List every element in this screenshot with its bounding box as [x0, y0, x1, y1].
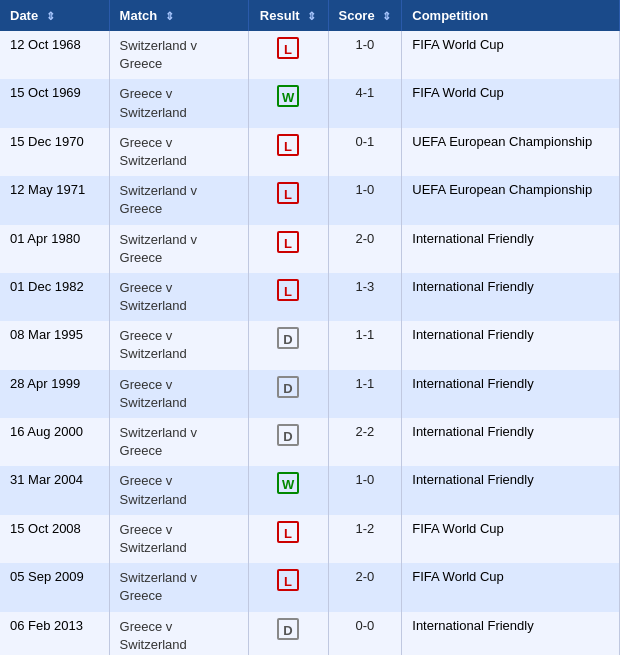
- cell-date: 15 Oct 2008: [0, 515, 109, 563]
- table-row: 08 Mar 1995 Greece vSwitzerland D 1-1 In…: [0, 321, 620, 369]
- cell-score: 0-1: [328, 128, 402, 176]
- cell-match: Switzerland vGreece: [109, 418, 248, 466]
- match-sort-icon[interactable]: ⇕: [165, 10, 174, 23]
- table-row: 06 Feb 2013 Greece vSwitzerland D 0-0 In…: [0, 612, 620, 656]
- cell-date: 08 Mar 1995: [0, 321, 109, 369]
- cell-result: W: [248, 466, 328, 514]
- cell-result: L: [248, 128, 328, 176]
- table-row: 15 Oct 1969 Greece vSwitzerland W 4-1 FI…: [0, 79, 620, 127]
- table-row: 15 Oct 2008 Greece vSwitzerland L 1-2 FI…: [0, 515, 620, 563]
- cell-date: 28 Apr 1999: [0, 370, 109, 418]
- table-row: 01 Apr 1980 Switzerland vGreece L 2-0 In…: [0, 225, 620, 273]
- cell-competition: International Friendly: [402, 321, 620, 369]
- result-badge: D: [277, 327, 299, 349]
- col-header-date[interactable]: Date ⇕: [0, 0, 109, 31]
- col-header-match[interactable]: Match ⇕: [109, 0, 248, 31]
- result-badge: L: [277, 521, 299, 543]
- cell-match: Switzerland vGreece: [109, 563, 248, 611]
- table-row: 28 Apr 1999 Greece vSwitzerland D 1-1 In…: [0, 370, 620, 418]
- cell-result: D: [248, 370, 328, 418]
- cell-competition: FIFA World Cup: [402, 79, 620, 127]
- cell-date: 15 Dec 1970: [0, 128, 109, 176]
- result-badge: D: [277, 376, 299, 398]
- cell-competition: International Friendly: [402, 612, 620, 656]
- table-row: 15 Dec 1970 Greece vSwitzerland L 0-1 UE…: [0, 128, 620, 176]
- col-header-date-label: Date: [10, 8, 38, 23]
- cell-competition: UEFA European Championship: [402, 128, 620, 176]
- cell-date: 31 Mar 2004: [0, 466, 109, 514]
- cell-match: Greece vSwitzerland: [109, 321, 248, 369]
- cell-date: 12 May 1971: [0, 176, 109, 224]
- cell-result: L: [248, 273, 328, 321]
- date-sort-icon[interactable]: ⇕: [46, 10, 55, 23]
- cell-result: L: [248, 31, 328, 79]
- cell-competition: UEFA European Championship: [402, 176, 620, 224]
- cell-date: 16 Aug 2000: [0, 418, 109, 466]
- cell-date: 01 Apr 1980: [0, 225, 109, 273]
- cell-result: L: [248, 225, 328, 273]
- col-header-result-label: Result: [260, 8, 300, 23]
- cell-result: D: [248, 321, 328, 369]
- cell-competition: International Friendly: [402, 370, 620, 418]
- col-header-result[interactable]: Result ⇕: [248, 0, 328, 31]
- score-sort-icon[interactable]: ⇕: [382, 10, 391, 23]
- cell-score: 2-0: [328, 563, 402, 611]
- col-header-match-label: Match: [120, 8, 158, 23]
- cell-match: Switzerland vGreece: [109, 176, 248, 224]
- cell-match: Greece vSwitzerland: [109, 79, 248, 127]
- cell-competition: International Friendly: [402, 225, 620, 273]
- cell-match: Greece vSwitzerland: [109, 273, 248, 321]
- cell-result: D: [248, 418, 328, 466]
- cell-competition: FIFA World Cup: [402, 515, 620, 563]
- cell-result: D: [248, 612, 328, 656]
- cell-result: W: [248, 79, 328, 127]
- cell-competition: International Friendly: [402, 466, 620, 514]
- table-row: 12 Oct 1968 Switzerland vGreece L 1-0 FI…: [0, 31, 620, 79]
- result-badge: L: [277, 569, 299, 591]
- cell-match: Greece vSwitzerland: [109, 128, 248, 176]
- result-badge: L: [277, 134, 299, 156]
- result-badge: W: [277, 472, 299, 494]
- cell-score: 1-1: [328, 321, 402, 369]
- table-row: 01 Dec 1982 Greece vSwitzerland L 1-3 In…: [0, 273, 620, 321]
- result-badge: D: [277, 424, 299, 446]
- result-badge: W: [277, 85, 299, 107]
- cell-score: 4-1: [328, 79, 402, 127]
- cell-score: 2-0: [328, 225, 402, 273]
- cell-competition: International Friendly: [402, 418, 620, 466]
- cell-result: L: [248, 515, 328, 563]
- cell-result: L: [248, 176, 328, 224]
- cell-score: 0-0: [328, 612, 402, 656]
- table-header-row: Date ⇕ Match ⇕ Result ⇕ Score ⇕ Competit…: [0, 0, 620, 31]
- cell-match: Greece vSwitzerland: [109, 466, 248, 514]
- cell-result: L: [248, 563, 328, 611]
- cell-date: 06 Feb 2013: [0, 612, 109, 656]
- result-sort-icon[interactable]: ⇕: [307, 10, 316, 23]
- table-row: 05 Sep 2009 Switzerland vGreece L 2-0 FI…: [0, 563, 620, 611]
- cell-score: 1-2: [328, 515, 402, 563]
- cell-score: 1-1: [328, 370, 402, 418]
- cell-match: Switzerland vGreece: [109, 31, 248, 79]
- cell-date: 01 Dec 1982: [0, 273, 109, 321]
- col-header-competition[interactable]: Competition: [402, 0, 620, 31]
- col-header-score[interactable]: Score ⇕: [328, 0, 402, 31]
- result-badge: L: [277, 279, 299, 301]
- table-row: 12 May 1971 Switzerland vGreece L 1-0 UE…: [0, 176, 620, 224]
- result-badge: D: [277, 618, 299, 640]
- cell-score: 2-2: [328, 418, 402, 466]
- matches-table: Date ⇕ Match ⇕ Result ⇕ Score ⇕ Competit…: [0, 0, 620, 655]
- cell-match: Greece vSwitzerland: [109, 612, 248, 656]
- cell-date: 15 Oct 1969: [0, 79, 109, 127]
- result-badge: L: [277, 37, 299, 59]
- cell-date: 05 Sep 2009: [0, 563, 109, 611]
- result-badge: L: [277, 182, 299, 204]
- cell-competition: FIFA World Cup: [402, 31, 620, 79]
- cell-date: 12 Oct 1968: [0, 31, 109, 79]
- cell-match: Switzerland vGreece: [109, 225, 248, 273]
- cell-score: 1-0: [328, 31, 402, 79]
- table-row: 16 Aug 2000 Switzerland vGreece D 2-2 In…: [0, 418, 620, 466]
- col-header-competition-label: Competition: [412, 8, 488, 23]
- cell-match: Greece vSwitzerland: [109, 370, 248, 418]
- cell-competition: FIFA World Cup: [402, 563, 620, 611]
- result-badge: L: [277, 231, 299, 253]
